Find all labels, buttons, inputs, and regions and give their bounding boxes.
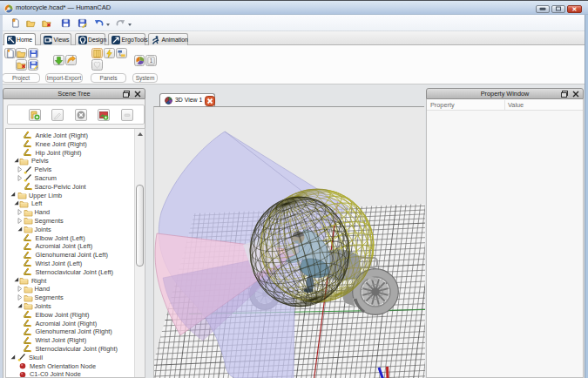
svg-text:1: 1 — [150, 57, 153, 64]
